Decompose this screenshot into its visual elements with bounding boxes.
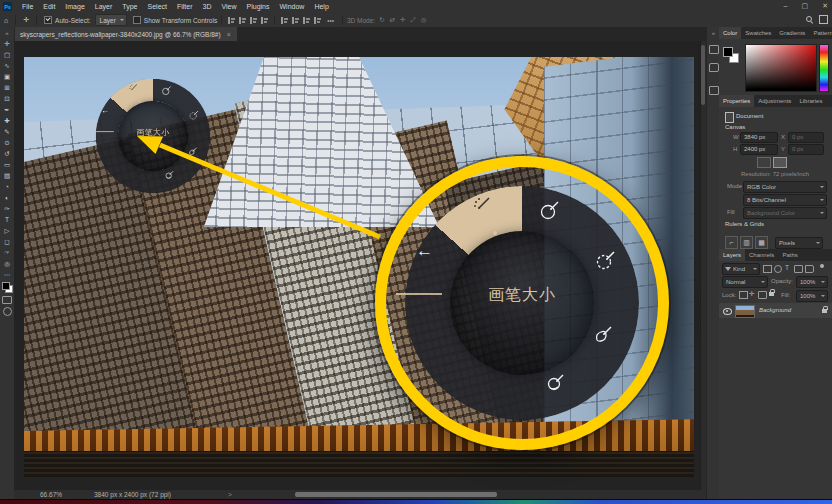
brush-hardness-icon[interactable] [595,249,617,271]
3d-mode-icon-5[interactable]: ◎ [421,16,427,24]
brush-opacity-icon[interactable] [164,169,175,180]
y-field[interactable]: 0 px [788,144,824,155]
target-select[interactable]: Layer [95,14,127,26]
more-options-icon[interactable]: ••• [327,17,334,24]
menu-edit[interactable]: Edit [38,0,60,13]
tab-swatches[interactable]: Swatches [741,27,775,39]
layer-row-background[interactable]: Background [719,303,832,318]
tab-close-icon[interactable]: × [227,31,231,38]
eyedropper-tool[interactable]: ✒ [4,104,9,115]
lock-transparency-icon[interactable] [739,291,748,299]
align-center-icon[interactable] [239,17,246,24]
bit-depth-select[interactable]: 8 Bits/Channel [743,194,827,206]
menu-layer[interactable]: Layer [90,0,118,13]
document-tab[interactable]: skyscrapers_reflections-wallpaper-3840x2… [14,27,237,41]
radial-menu-small[interactable]: 画笔大小 ← [94,77,212,195]
tab-color[interactable]: Color [719,27,741,39]
shape-tool[interactable]: ◻ [4,236,9,247]
3d-mode-icon-1[interactable]: ↻ [379,16,384,24]
rulers-toggle-button[interactable]: ⌐ [725,236,738,249]
minimize-button[interactable]: – [784,0,788,12]
blur-tool[interactable]: ◔ [5,181,9,192]
eraser-tool[interactable]: ▭ [4,159,10,170]
menu-window[interactable]: Window [275,0,310,13]
lock-position-icon[interactable] [758,291,767,299]
object-selection-tool[interactable]: ▣ [4,71,10,82]
horizontal-scrollbar-thumb[interactable] [295,492,497,497]
history-panel-icon[interactable] [709,86,719,95]
pasteboard[interactable]: 画笔大小 ← [14,41,700,490]
menu-image[interactable]: Image [60,0,89,13]
filter-type-layers-icon[interactable]: T [785,264,789,271]
path-selection-tool[interactable]: ▷ [5,225,10,236]
layer-thumbnail[interactable] [735,305,755,318]
frame-tool[interactable]: ⊡ [4,93,9,104]
height-field[interactable]: 2400 px [740,144,778,155]
show-transform-checkbox[interactable] [133,16,141,24]
tab-libraries[interactable]: Libraries [795,95,826,107]
filter-pixel-layers-icon[interactable] [763,265,772,273]
distribute-4-icon[interactable] [314,17,321,24]
brush-flow-icon[interactable] [187,146,198,157]
tab-paths[interactable]: Paths [778,249,801,261]
tab-gradients[interactable]: Gradients [775,27,809,39]
landscape-orientation-button[interactable] [773,157,787,168]
back-arrow-icon[interactable]: ← [416,241,433,261]
zoom-level[interactable]: 66.67% [40,491,62,498]
more-tools-icon[interactable]: ⋯ [4,269,11,280]
pen-tool[interactable]: ✑ [4,203,9,214]
distribute-2-icon[interactable] [292,17,299,24]
crop-tool[interactable]: ⊞ [4,82,9,93]
distribute-3-icon[interactable] [303,17,310,24]
tab-patterns[interactable]: Patterns [809,27,832,39]
color-gradient-field[interactable] [745,44,817,92]
maximize-button[interactable]: ▢ [802,0,809,12]
hue-slider[interactable] [819,44,829,92]
status-chevron-icon[interactable]: > [228,491,232,498]
back-arrow-icon[interactable]: ← [101,106,109,116]
type-tool[interactable]: T [5,214,9,225]
portrait-orientation-button[interactable] [757,157,771,168]
gradient-tool[interactable]: ▨ [4,170,10,181]
opacity-value[interactable]: 100% [796,276,828,288]
menu-type[interactable]: Type [117,0,142,13]
screen-mode-icon[interactable] [3,307,12,316]
brush-sparkle-icon[interactable] [471,194,493,216]
tab-layers[interactable]: Layers [719,249,745,261]
zoom-tool[interactable]: ◎ [4,258,10,269]
foreground-color-swatch[interactable] [723,47,733,57]
menu-filter[interactable]: Filter [172,0,198,13]
close-button[interactable]: ✕ [822,0,828,12]
home-icon[interactable]: ⌂ [4,17,8,24]
blend-mode-select[interactable]: Normal [722,276,768,288]
layer-name[interactable]: Background [759,307,791,313]
search-icon[interactable] [806,16,813,23]
dodge-tool[interactable]: ◐ [5,192,9,203]
marquee-tool[interactable]: ▢ [4,49,10,60]
x-field[interactable]: 0 px [788,132,824,143]
auto-select-checkbox[interactable] [44,16,52,24]
menu-help[interactable]: Help [309,0,333,13]
brush-opacity-icon[interactable] [544,371,566,393]
grid-toggle-button[interactable]: ▦ [755,236,768,249]
tab-adjustments[interactable]: Adjustments [754,95,795,107]
brush-size-icon[interactable] [161,85,172,96]
brush-flow-icon[interactable] [592,324,614,346]
lasso-tool[interactable]: ∿ [4,60,9,71]
tab-properties[interactable]: Properties [719,95,754,107]
menu-view[interactable]: View [217,0,242,13]
healing-brush-tool[interactable]: ✚ [4,115,9,126]
brush-hardness-icon[interactable] [189,110,200,121]
quick-mask-icon[interactable] [2,296,12,304]
units-select[interactable]: Pixels [775,237,823,249]
menu-plugins[interactable]: Plugins [242,0,275,13]
filter-toggle-icon[interactable] [820,264,824,268]
filter-adjustment-layers-icon[interactable] [774,265,782,273]
menu-3d[interactable]: 3D [198,0,217,13]
brush-size-icon[interactable] [539,199,561,221]
vertical-scrollbar-thumb[interactable] [701,45,705,105]
clone-stamp-tool[interactable]: ⊙ [4,137,9,148]
canvas-section-header[interactable]: Canvas [725,124,745,130]
lock-pixels-icon[interactable]: ✛ [749,290,754,298]
menu-select[interactable]: Select [143,0,172,13]
